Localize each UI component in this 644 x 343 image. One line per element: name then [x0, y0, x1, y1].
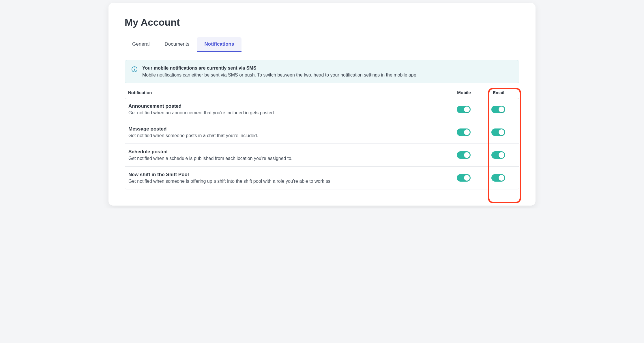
toggle-email-shiftpool[interactable]	[491, 174, 505, 182]
toggle-mobile-announcement[interactable]	[457, 106, 471, 113]
notification-row: Schedule posted Get notified when a sche…	[125, 144, 519, 167]
toggle-email-announcement[interactable]	[491, 106, 505, 113]
row-title: Schedule posted	[128, 149, 446, 155]
notification-settings-area: Notification Mobile Email Announcement p…	[125, 90, 519, 189]
row-title: New shift in the Shift Pool	[128, 172, 446, 178]
row-description: Get notified when someone is offering up…	[128, 179, 446, 184]
toggle-mobile-shiftpool[interactable]	[457, 174, 471, 182]
tab-documents[interactable]: Documents	[157, 37, 197, 52]
toggle-email-message[interactable]	[491, 128, 505, 136]
info-icon	[131, 66, 138, 72]
toggle-email-schedule[interactable]	[491, 151, 505, 159]
notification-row: Announcement posted Get notified when an…	[125, 98, 519, 121]
column-header-email: Email	[481, 90, 516, 95]
row-description: Get notified when someone posts in a cha…	[128, 133, 446, 138]
svg-point-2	[134, 68, 135, 68]
notification-row: Message posted Get notified when someone…	[125, 121, 519, 144]
tab-row: General Documents Notifications	[125, 37, 519, 52]
tab-notifications[interactable]: Notifications	[197, 37, 242, 52]
row-description: Get notified when a schedule is publishe…	[128, 156, 446, 161]
banner-body: Mobile notifications can either be sent …	[142, 72, 513, 78]
table-header-row: Notification Mobile Email	[125, 90, 519, 98]
notification-row: New shift in the Shift Pool Get notified…	[125, 167, 519, 189]
sms-info-banner: Your mobile notifications are currently …	[125, 60, 519, 83]
notification-rows: Announcement posted Get notified when an…	[125, 98, 519, 189]
banner-title: Your mobile notifications are currently …	[142, 66, 513, 71]
row-title: Message posted	[128, 126, 446, 132]
row-description: Get notified when an announcement that y…	[128, 110, 446, 115]
column-header-mobile: Mobile	[447, 90, 481, 95]
page-title: My Account	[125, 17, 519, 28]
row-title: Announcement posted	[128, 103, 446, 109]
toggle-mobile-message[interactable]	[457, 128, 471, 136]
account-settings-card: My Account General Documents Notificatio…	[108, 3, 536, 206]
column-header-notification: Notification	[128, 90, 447, 95]
tab-general[interactable]: General	[125, 37, 157, 52]
toggle-mobile-schedule[interactable]	[457, 151, 471, 159]
